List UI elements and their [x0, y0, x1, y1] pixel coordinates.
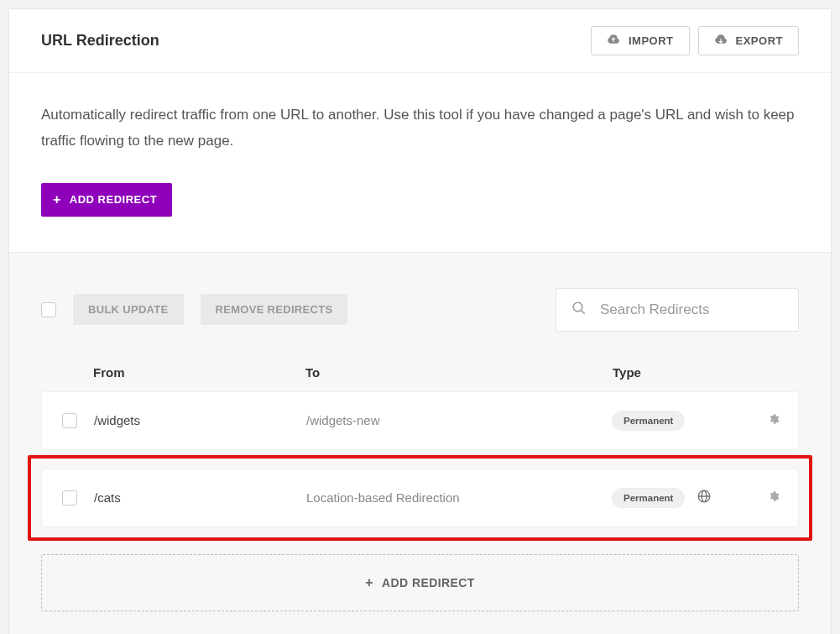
import-label: IMPORT: [629, 34, 674, 47]
url-redirection-card: URL Redirection IMPORT EXPORT Automatica…: [8, 8, 832, 634]
row-to: /widgets-new: [306, 413, 612, 427]
add-redirect-button[interactable]: + ADD REDIRECT: [41, 183, 172, 217]
description-text: Automatically redirect traffic from one …: [41, 102, 799, 155]
row-checkbox[interactable]: [62, 413, 77, 428]
header-actions: IMPORT EXPORT: [591, 26, 799, 55]
redirect-row: /widgets /widgets-new Permanent: [41, 391, 799, 450]
col-header-from: From: [93, 365, 305, 380]
export-button[interactable]: EXPORT: [698, 26, 799, 55]
plus-icon: +: [365, 575, 373, 590]
row-from: /widgets: [94, 413, 306, 427]
search-input[interactable]: [598, 301, 783, 319]
gear-icon[interactable]: [768, 413, 780, 428]
page-title: URL Redirection: [41, 32, 159, 50]
add-redirect-label: ADD REDIRECT: [382, 576, 475, 589]
type-badge: Permanent: [612, 488, 685, 508]
remove-redirects-button[interactable]: REMOVE REDIRECTS: [201, 294, 348, 325]
redirect-row: /cats Location-based Redirection Permane…: [41, 469, 799, 527]
import-button[interactable]: IMPORT: [591, 26, 690, 55]
cloud-download-icon: [714, 34, 728, 47]
bulk-update-button[interactable]: BULK UPDATE: [73, 294, 184, 325]
select-all-checkbox[interactable]: [41, 302, 56, 317]
col-header-to: To: [305, 365, 613, 380]
gear-icon[interactable]: [768, 490, 780, 506]
col-header-type: Type: [613, 365, 780, 380]
column-headers: From To Type: [41, 365, 799, 391]
highlighted-row-box: /cats Location-based Redirection Permane…: [28, 455, 812, 541]
export-label: EXPORT: [736, 34, 783, 47]
add-redirect-row[interactable]: + ADD REDIRECT: [41, 554, 799, 611]
row-to: Location-based Redirection: [306, 490, 612, 505]
cloud-upload-icon: [607, 34, 620, 47]
row-from: /cats: [94, 490, 306, 505]
row-checkbox[interactable]: [62, 490, 77, 506]
card-header: URL Redirection IMPORT EXPORT: [9, 9, 831, 73]
redirect-list-area: BULK UPDATE REMOVE REDIRECTS From To Typ…: [9, 253, 831, 634]
type-badge: Permanent: [612, 411, 685, 431]
card-body: Automatically redirect traffic from one …: [9, 73, 831, 253]
globe-icon: [697, 489, 712, 507]
search-icon: [571, 301, 587, 319]
add-redirect-label: ADD REDIRECT: [70, 193, 157, 206]
list-toolbar: BULK UPDATE REMOVE REDIRECTS: [41, 288, 799, 332]
search-container[interactable]: [556, 288, 799, 332]
plus-icon: +: [53, 193, 61, 207]
